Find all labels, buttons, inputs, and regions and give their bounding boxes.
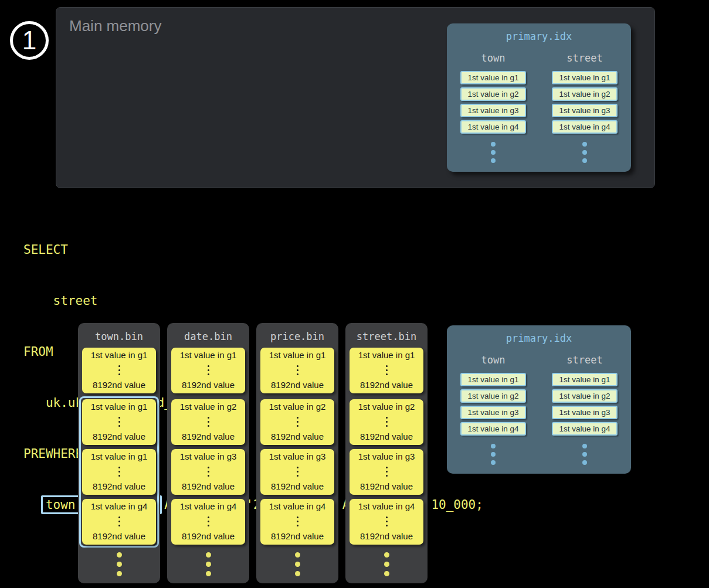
bin-title: town.bin	[78, 331, 160, 342]
primary-idx-column-street: street 1st value in g1 1st value in g2 1…	[552, 354, 618, 465]
primary-idx-column-street: street 1st value in g1 1st value in g2 1…	[552, 52, 618, 163]
granule-first-value: 1st value in g3	[180, 451, 237, 461]
index-entry: 1st value in g4	[552, 120, 618, 134]
bin-street: street.bin 1st value in g1 8192nd value …	[345, 323, 428, 583]
granule-last-value: 8192nd value	[360, 380, 413, 390]
primary-idx-columns: town 1st value in g1 1st value in g2 1st…	[447, 354, 631, 465]
vertical-ellipsis-icon	[297, 365, 298, 375]
granule-last-value: 8192nd value	[271, 380, 324, 390]
granule-last-value: 8192nd value	[93, 481, 145, 491]
granule-block: 1st value in g1 8192nd value	[82, 399, 156, 445]
index-entry: 1st value in g2	[460, 87, 526, 101]
vertical-ellipsis-icon	[118, 516, 120, 526]
vertical-ellipsis-icon	[582, 444, 587, 465]
granule-last-value: 8192nd value	[182, 481, 235, 491]
granule-block: 1st value in g2 8192nd value	[260, 399, 334, 445]
granule-last-value: 8192nd value	[271, 531, 324, 541]
primary-idx-title: primary.idx	[447, 332, 631, 344]
granule-first-value: 1st value in g4	[358, 501, 415, 511]
granule-block: 1st value in g3 8192nd value	[350, 449, 423, 495]
index-entry: 1st value in g1	[552, 373, 618, 386]
primary-idx-title: primary.idx	[447, 30, 631, 42]
bin-price: price.bin 1st value in g1 8192nd value 1…	[256, 323, 338, 583]
bin-title: street.bin	[345, 331, 428, 342]
step-number: 1	[22, 28, 36, 53]
vertical-ellipsis-icon	[491, 142, 496, 163]
bin-date: date.bin 1st value in g1 8192nd value 1s…	[167, 323, 249, 583]
bin-title: date.bin	[167, 331, 249, 342]
granule-first-value: 1st value in g3	[358, 451, 415, 461]
granule-block: 1st value in g4 8192nd value	[82, 499, 156, 545]
granule-first-value: 1st value in g4	[180, 501, 237, 511]
column-files-row: town.bin 1st value in g1 8192nd value 1s…	[78, 323, 428, 583]
granule-first-value: 1st value in g1	[91, 402, 148, 412]
index-entry: 1st value in g3	[460, 406, 526, 419]
granule-first-value: 1st value in g2	[180, 402, 237, 412]
column-header-street: street	[566, 52, 602, 64]
granule-group: 1st value in g2 8192nd value 1st value i…	[168, 396, 248, 548]
vertical-ellipsis-icon	[118, 417, 120, 427]
granule-block: 1st value in g4 8192nd value	[171, 499, 245, 545]
vertical-ellipsis-icon	[297, 417, 298, 427]
index-entry: 1st value in g4	[460, 422, 526, 436]
granule-block: 1st value in g2 8192nd value	[350, 399, 423, 445]
step-number-badge: 1	[10, 21, 49, 60]
granule-block: 1st value in g1 8192nd value	[260, 348, 334, 393]
granule-last-value: 8192nd value	[182, 380, 235, 390]
granule-first-value: 1st value in g3	[269, 451, 326, 461]
vertical-ellipsis-icon	[208, 417, 209, 427]
index-entry: 1st value in g2	[552, 389, 618, 403]
granule-block: 1st value in g2 8192nd value	[171, 399, 245, 445]
granule-first-value: 1st value in g1	[91, 451, 148, 461]
granule-block: 1st value in g3 8192nd value	[171, 449, 245, 495]
granule-block: 1st value in g3 8192nd value	[260, 449, 334, 495]
granule-first-value: 1st value in g1	[91, 350, 148, 360]
vertical-ellipsis-icon	[208, 516, 209, 526]
primary-idx-columns: town 1st value in g1 1st value in g2 1st…	[447, 52, 631, 163]
index-entry: 1st value in g3	[552, 104, 618, 117]
granule-block: 1st value in g1 8192nd value	[350, 348, 423, 393]
vertical-ellipsis-icon	[208, 365, 209, 375]
index-entry: 1st value in g4	[552, 422, 618, 436]
granule-last-value: 8192nd value	[271, 431, 324, 441]
granule-last-value: 8192nd value	[271, 481, 324, 491]
index-entry: 1st value in g3	[460, 104, 526, 117]
vertical-ellipsis-icon	[345, 552, 428, 576]
primary-idx-box-top: primary.idx town 1st value in g1 1st val…	[447, 23, 631, 172]
sql-line-street: street	[23, 293, 483, 310]
granule-last-value: 8192nd value	[93, 431, 145, 441]
diagram-canvas: 1 Main memory primary.idx town 1st value…	[0, 0, 709, 588]
granule-group: 1st value in g2 8192nd value 1st value i…	[347, 396, 426, 548]
column-header-town: town	[481, 354, 506, 366]
vertical-ellipsis-icon	[118, 467, 120, 477]
primary-idx-column-town: town 1st value in g1 1st value in g2 1st…	[460, 354, 526, 465]
vertical-ellipsis-icon	[167, 552, 249, 576]
index-entry: 1st value in g1	[460, 373, 526, 386]
index-entry: 1st value in g1	[552, 71, 618, 84]
primary-idx-column-town: town 1st value in g1 1st value in g2 1st…	[460, 52, 526, 163]
column-header-town: town	[481, 52, 506, 64]
selected-granules-outline: 1st value in g1 8192nd value 1st value i…	[79, 396, 159, 548]
granule-block: 1st value in g4 8192nd value	[260, 499, 334, 545]
granule-block: 1st value in g1 8192nd value	[171, 348, 245, 393]
vertical-ellipsis-icon	[208, 467, 209, 477]
index-entry: 1st value in g2	[552, 87, 618, 101]
granule-last-value: 8192nd value	[93, 531, 145, 541]
granule-block: 1st value in g1 8192nd value	[82, 348, 156, 393]
granule-last-value: 8192nd value	[182, 431, 235, 441]
vertical-ellipsis-icon	[386, 516, 388, 526]
granule-first-value: 1st value in g4	[91, 501, 148, 511]
granule-first-value: 1st value in g1	[269, 350, 326, 360]
granule-last-value: 8192nd value	[93, 380, 145, 390]
vertical-ellipsis-icon	[118, 365, 120, 375]
index-entry: 1st value in g4	[460, 120, 526, 134]
primary-idx-box-bottom: primary.idx town 1st value in g1 1st val…	[447, 325, 631, 474]
index-entry: 1st value in g2	[460, 389, 526, 403]
granule-last-value: 8192nd value	[360, 531, 413, 541]
vertical-ellipsis-icon	[386, 417, 388, 427]
vertical-ellipsis-icon	[386, 365, 388, 375]
bin-title: price.bin	[256, 331, 338, 342]
granule-last-value: 8192nd value	[360, 431, 413, 441]
granule-first-value: 1st value in g1	[358, 350, 415, 360]
granule-first-value: 1st value in g2	[358, 402, 415, 412]
